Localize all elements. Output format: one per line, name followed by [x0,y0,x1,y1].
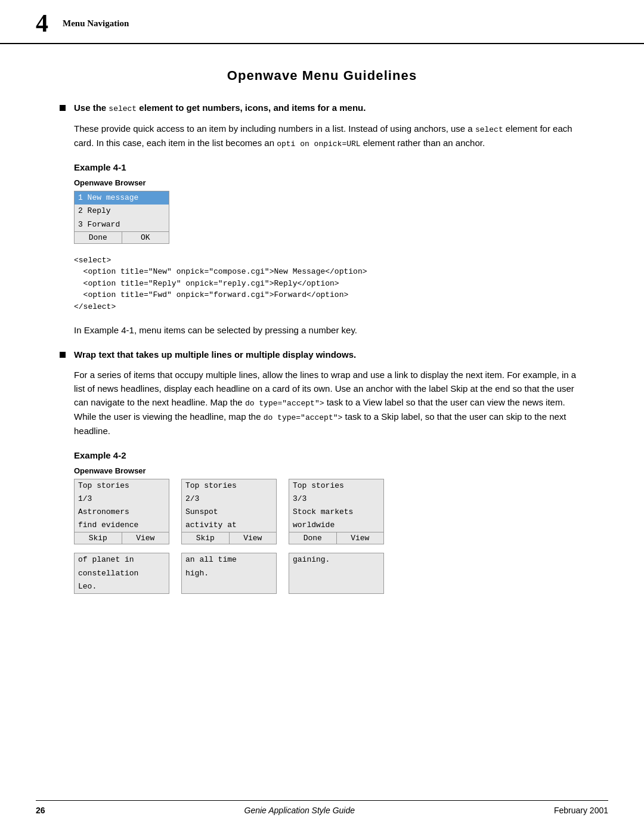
page-header: 4 Menu Navigation [0,0,644,44]
bullet1-suffix: element to get numbers, icons, and items… [137,103,366,113]
panel1-row1: Top stories [75,479,169,493]
panel-1: Top stories 1/3 Astronomers find evidenc… [74,479,169,545]
panel2-row2: 2/3 [182,493,276,506]
panel1-footer: Skip View [75,532,169,544]
panel1-skip: Skip [75,532,122,544]
panel-3: Top stories 3/3 Stock markets worldwide … [289,479,384,545]
chapter-number: 4 [36,11,48,36]
section-title: Openwave Menu Guidelines [60,68,584,83]
bullet1-body: These provide quick access to an item by… [74,122,584,150]
example2-browser-triple: Top stories 1/3 Astronomers find evidenc… [74,479,584,545]
bullet-icon-1 [60,105,66,111]
inline-code-do1: do type="accept"> [245,399,324,408]
panel2-skip: Skip [182,532,230,544]
panel1-view: View [122,532,169,544]
menu-item-2: 2 Reply [75,205,169,218]
header-title: Menu Navigation [63,18,129,29]
example2-label: Example 4-2 [74,450,584,460]
example1-label: Example 4-1 [74,162,584,172]
panel2-row4: activity at [182,519,276,532]
panel1-row2: 1/3 [75,493,169,506]
extra2-row1: an all time [182,553,276,566]
example1-browser-mockup: 1 New message 2 Reply 3 Forward Done OK [74,191,169,244]
bullet-text-1: Use the select element to get numbers, i… [74,103,366,113]
extra-panel-2: an all time high. [181,553,277,594]
bullet-text-2: Wrap text that takes up multiple lines o… [74,349,356,360]
example1-browser-box: 1 New message 2 Reply 3 Forward Done OK [74,191,169,244]
between-para: In Example 4-1, menu items can be select… [74,323,584,337]
inline-code-do2: do type="accept"> [264,413,343,422]
bullet-item-2: Wrap text that takes up multiple lines o… [60,349,584,360]
footer-doc-title: Genie Application Style Guide [244,806,355,815]
menu-item-1: 1 New message [75,191,169,205]
panel2-row3: Sunspot [182,506,276,519]
main-content: Openwave Menu Guidelines Use the select … [0,44,644,642]
extra1-row2: constellation [75,567,169,580]
example1-browser-label: Openwave Browser [74,178,584,187]
bullet2-text: Wrap text that takes up multiple lines o… [74,349,356,360]
footer-date: February 2001 [554,806,608,815]
example2-browser-label: Openwave Browser [74,466,584,475]
panel-2: Top stories 2/3 Sunspot activity at Skip… [181,479,277,545]
extra3-row1: gaining. [289,553,383,566]
footer-btn-ok: OK [122,232,169,243]
panel3-view: View [337,532,384,544]
inline-code-select: select [475,125,503,134]
panel2-footer: Skip View [182,532,276,544]
browser-footer-1: Done OK [75,231,169,243]
menu-item-3: 3 Forward [75,218,169,231]
panel2-row1: Top stories [182,479,276,493]
panel1-row3: Astronomers [75,506,169,519]
panel3-row2: 3/3 [289,493,383,506]
bullet2-body: For a series of items that occupy multip… [74,368,584,438]
inline-code-opti: opti on onpick=URL [277,140,360,148]
page-footer: 26 Genie Application Style Guide Februar… [36,800,608,815]
extra1-row1: of planet in [75,553,169,566]
bullet-item-1: Use the select element to get numbers, i… [60,103,584,113]
panel3-row1: Top stories [289,479,383,493]
panel3-row4: worldwide [289,519,383,532]
example2-browser-extra: of planet in constellation Leo. an all t… [74,553,584,594]
panel3-footer: Done View [289,532,383,544]
extra1-row3: Leo. [75,580,169,593]
bullet1-code: select [109,104,137,113]
example1-code: <select> <option title="New" onpick="com… [74,255,584,313]
panel3-done: Done [289,532,337,544]
bullet1-prefix: Use the [74,103,109,113]
footer-btn-done: Done [75,232,122,243]
panel1-row4: find evidence [75,519,169,532]
extra2-row2: high. [182,567,276,580]
footer-page-number: 26 [36,806,45,815]
extra-panel-1: of planet in constellation Leo. [74,553,169,594]
extra-panel-3: gaining. [289,553,384,594]
bullet-icon-2 [60,352,66,358]
panel2-view: View [230,532,277,544]
panel3-row3: Stock markets [289,506,383,519]
